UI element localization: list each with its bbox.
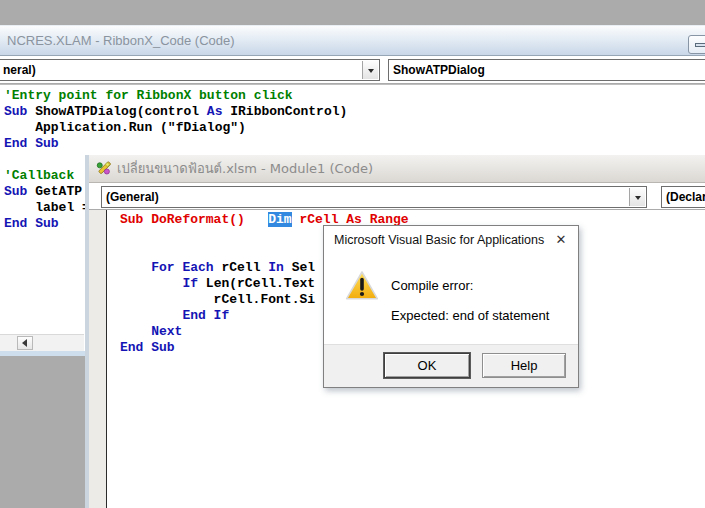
- dialog-footer: OK Help: [324, 344, 578, 387]
- object-dropdown[interactable]: neral): [0, 59, 380, 81]
- window2-combo-row: (General) (Declarat: [89, 183, 705, 210]
- scroll-left-icon[interactable]: [17, 336, 33, 350]
- code-line: 'Entry point for RibbonX button click: [4, 88, 347, 104]
- procedure-dropdown-value: ShowATPDialog: [393, 63, 485, 77]
- chevron-down-icon[interactable]: [629, 188, 645, 206]
- vbe-mdi-background: NCRES.XLAM - RibbonX_Code (Code) neral) …: [0, 0, 705, 508]
- compile-error-dialog: Microsoft Visual Basic for Applications …: [323, 225, 579, 388]
- code-line: Sub ShowATPDialog(control As IRibbonCont…: [4, 104, 347, 120]
- code-line: End Sub: [4, 136, 347, 152]
- window1-title: NCRES.XLAM - RibbonX_Code (Code): [7, 33, 235, 48]
- error-message-line2: Expected: end of statement: [391, 308, 549, 323]
- dialog-title: Microsoft Visual Basic for Applications: [334, 233, 544, 247]
- procedure-dropdown-2[interactable]: (Declarat: [661, 186, 705, 208]
- object-dropdown-value: neral): [3, 63, 36, 77]
- minimize-icon: [695, 43, 705, 47]
- module-icon: [96, 161, 111, 176]
- window2-title: เปลี่ยนขนาดฟ้อนต์.xlsm - Module1 (Code): [117, 158, 373, 179]
- chevron-down-icon[interactable]: [362, 61, 378, 79]
- procedure-dropdown[interactable]: ShowATPDialog: [388, 59, 705, 81]
- warning-icon: [345, 270, 379, 305]
- ok-button[interactable]: OK: [384, 353, 470, 378]
- window1-combo-row: neral) ShowATPDialog: [0, 56, 705, 84]
- procedure-dropdown-2-value: (Declarat: [666, 190, 705, 204]
- help-button[interactable]: Help: [482, 353, 566, 378]
- error-message-line1: Compile error:: [391, 278, 473, 293]
- object-dropdown-2[interactable]: (General): [101, 186, 647, 208]
- window1-titlebar[interactable]: NCRES.XLAM - RibbonX_Code (Code): [0, 25, 705, 56]
- window1-horizontal-scrollbar[interactable]: [0, 334, 84, 351]
- minimize-button[interactable]: [688, 35, 705, 54]
- object-dropdown-2-value: (General): [106, 190, 159, 204]
- close-icon[interactable]: ✕: [552, 231, 570, 249]
- code-line: Application.Run ("fDialog"): [4, 120, 347, 136]
- window2-titlebar[interactable]: เปลี่ยนขนาดฟ้อนต์.xlsm - Module1 (Code): [89, 155, 705, 183]
- margin-indicator-bar: [89, 210, 107, 508]
